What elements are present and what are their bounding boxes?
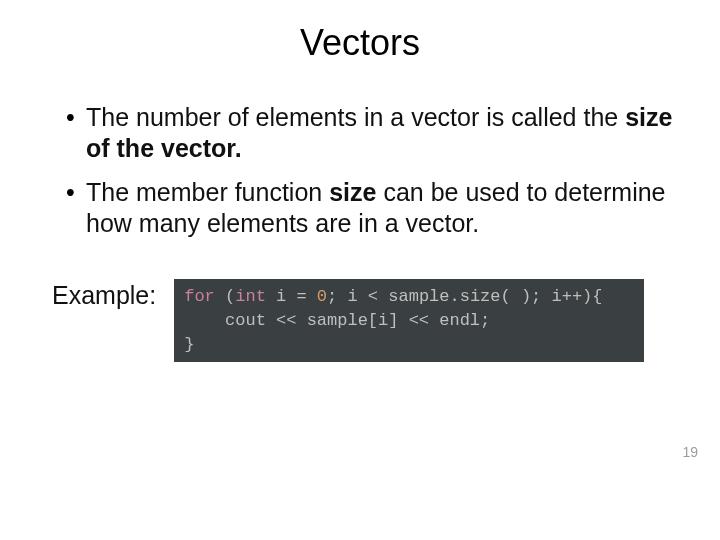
bullet-item: The member function size can be used to … (66, 177, 680, 240)
page-number: 19 (682, 444, 698, 460)
bullet-text-pre: The number of elements in a vector is ca… (86, 103, 625, 131)
code-keyword-for: for (184, 287, 215, 306)
slide-title: Vectors (0, 0, 720, 84)
code-indent (184, 311, 225, 330)
code-cond: ; i < sample.size( ); i++){ (327, 287, 602, 306)
code-line3: } (184, 335, 194, 354)
example-row: Example: for (int i = 0; i < sample.size… (50, 279, 680, 362)
bullet-text-bold: size (329, 178, 376, 206)
code-open-paren: ( (215, 287, 235, 306)
code-line2: cout << sample[i] << endl; (225, 311, 490, 330)
bullet-item: The number of elements in a vector is ca… (66, 102, 680, 165)
bullet-text-pre: The member function (86, 178, 329, 206)
example-label: Example: (52, 279, 156, 310)
code-number-zero: 0 (317, 287, 327, 306)
code-keyword-int: int (235, 287, 266, 306)
code-block: for (int i = 0; i < sample.size( ); i++)… (174, 279, 644, 362)
code-decl: i = (266, 287, 317, 306)
bullet-list: The number of elements in a vector is ca… (50, 102, 680, 239)
slide-content: The number of elements in a vector is ca… (0, 84, 720, 362)
